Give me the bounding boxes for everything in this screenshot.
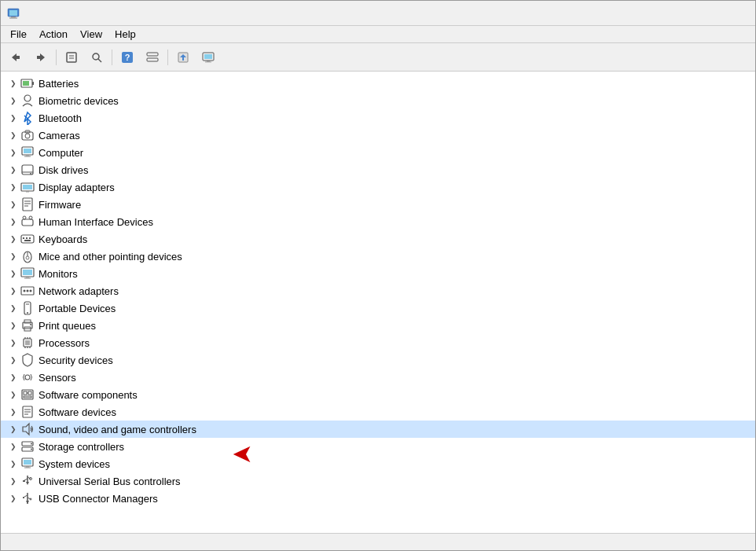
monitors-label: Monitors xyxy=(39,268,78,280)
monitors-icon xyxy=(20,266,35,281)
tree-item-software-components[interactable]: ❯Software components xyxy=(1,386,755,403)
svg-point-93 xyxy=(31,443,32,445)
menu-view[interactable]: View xyxy=(74,27,108,42)
svg-rect-46 xyxy=(22,219,33,226)
close-button[interactable] xyxy=(713,1,749,26)
tree-item-print-queues[interactable]: ❯Print queues xyxy=(1,317,755,334)
app-icon xyxy=(7,7,20,20)
expand-arrow[interactable]: ❯ xyxy=(7,371,20,384)
tree-item-keyboards[interactable]: ❯Keyboards xyxy=(1,230,755,248)
scan-button[interactable] xyxy=(85,46,108,68)
tree-item-security-devices[interactable]: ❯Security devices xyxy=(1,351,755,369)
svg-point-62 xyxy=(24,290,26,292)
tree-item-monitors[interactable]: ❯Monitors xyxy=(1,265,755,282)
tree-item-firmware[interactable]: ❯Firmware xyxy=(1,196,755,213)
monitor-button[interactable] xyxy=(196,46,220,68)
storage-controllers-icon xyxy=(20,439,35,454)
biometric-icon xyxy=(20,93,35,108)
svg-rect-73 xyxy=(25,340,30,345)
tree-item-sound-video[interactable]: ❯Sound, video and game controllers xyxy=(1,421,755,438)
expand-arrow[interactable]: ❯ xyxy=(7,285,20,297)
expand-arrow[interactable]: ❯ xyxy=(7,475,20,487)
forward-button[interactable] xyxy=(29,46,53,68)
expand-arrow[interactable]: ❯ xyxy=(7,146,20,159)
biometric-label: Biometric devices xyxy=(39,95,119,107)
expand-arrow[interactable]: ❯ xyxy=(7,406,20,418)
expand-arrow[interactable]: ❯ xyxy=(7,319,20,332)
expand-arrow[interactable]: ❯ xyxy=(7,215,20,228)
security-devices-icon xyxy=(20,352,35,368)
batteries-icon xyxy=(20,75,35,91)
svg-marker-100 xyxy=(26,482,29,485)
expand-arrow[interactable]: ❯ xyxy=(7,492,20,505)
tree-item-usb-connector[interactable]: ❯USB Connector Managers xyxy=(1,490,755,507)
svg-point-47 xyxy=(23,216,26,219)
expand-arrow[interactable]: ❯ xyxy=(7,457,20,470)
help-button[interactable]: ? xyxy=(116,46,139,68)
tree-item-bluetooth[interactable]: ❯Bluetooth xyxy=(1,109,755,127)
expand-arrow[interactable]: ❯ xyxy=(7,77,20,90)
tree-item-human-interface[interactable]: ❯Human Interface Devices xyxy=(1,213,755,230)
expand-arrow[interactable]: ❯ xyxy=(7,129,20,141)
menu-action[interactable]: Action xyxy=(33,27,74,42)
maximize-button[interactable] xyxy=(677,1,713,26)
svg-point-11 xyxy=(93,53,99,60)
svg-rect-97 xyxy=(26,466,29,468)
menu-help[interactable]: Help xyxy=(108,27,142,42)
svg-point-63 xyxy=(27,290,29,292)
svg-rect-83 xyxy=(28,391,31,395)
tree-item-network-adapters[interactable]: ❯Network adapters xyxy=(1,282,755,299)
sound-video-label: Sound, video and game controllers xyxy=(39,424,196,435)
svg-point-56 xyxy=(26,256,29,259)
toolbar-separator-1 xyxy=(56,50,57,65)
expand-arrow[interactable]: ❯ xyxy=(7,302,20,314)
tree-item-computer[interactable]: ❯Computer xyxy=(1,144,755,161)
expand-arrow[interactable]: ❯ xyxy=(7,440,20,453)
update-driver-button[interactable] xyxy=(171,46,195,68)
tree-item-usb-controllers[interactable]: ❯Universal Serial Bus controllers xyxy=(1,472,755,490)
expand-arrow[interactable]: ❯ xyxy=(7,388,20,401)
expand-arrow[interactable]: ❯ xyxy=(7,94,20,107)
svg-point-71 xyxy=(30,324,31,325)
svg-rect-36 xyxy=(22,165,33,174)
svg-rect-15 xyxy=(147,53,158,56)
tree-item-batteries[interactable]: ❯Batteries xyxy=(1,75,755,92)
svg-point-66 xyxy=(27,312,28,314)
tree-item-mice[interactable]: ❯Mice and other pointing devices xyxy=(1,248,755,265)
menu-file[interactable]: File xyxy=(4,27,33,42)
firmware-icon xyxy=(20,197,35,212)
tree-item-biometric[interactable]: ❯Biometric devices xyxy=(1,92,755,109)
expand-arrow[interactable]: ❯ xyxy=(7,354,20,366)
tree-item-software-devices[interactable]: ❯Software devices xyxy=(1,403,755,421)
svg-rect-53 xyxy=(24,240,31,241)
expand-arrow[interactable]: ❯ xyxy=(7,336,20,349)
svg-rect-22 xyxy=(205,61,211,62)
expand-arrow[interactable]: ❯ xyxy=(7,112,20,124)
tree-item-disk-drives[interactable]: ❯Disk drives xyxy=(1,161,755,178)
svg-point-26 xyxy=(24,95,31,101)
back-button[interactable] xyxy=(4,46,28,68)
tree-item-display-adapters[interactable]: ❯Display adapters xyxy=(1,178,755,196)
svg-rect-108 xyxy=(23,497,24,498)
properties-button[interactable] xyxy=(60,46,83,68)
tree-item-portable-devices[interactable]: ❯Portable Devices xyxy=(1,299,755,317)
expand-arrow[interactable]: ❯ xyxy=(7,181,20,193)
expand-arrow[interactable]: ❯ xyxy=(7,198,20,211)
tree-item-cameras[interactable]: ❯Cameras xyxy=(1,127,755,144)
expand-arrow[interactable]: ❯ xyxy=(7,267,20,280)
expand-arrow[interactable]: ❯ xyxy=(7,250,20,263)
tree-item-storage-controllers[interactable]: ❯Storage controllers xyxy=(1,438,755,455)
mice-label: Mice and other pointing devices xyxy=(39,251,182,263)
view-button[interactable] xyxy=(141,46,164,68)
minimize-button[interactable] xyxy=(640,1,677,26)
tree-item-processors[interactable]: ❯Processors xyxy=(1,334,755,351)
expand-arrow[interactable]: ❯ xyxy=(7,233,20,245)
expand-arrow[interactable]: ❯ xyxy=(7,163,20,176)
tree-item-sensors[interactable]: ❯Sensors xyxy=(1,369,755,386)
tree-item-system-devices[interactable]: ❯System devices xyxy=(1,455,755,472)
software-components-label: Software components xyxy=(39,389,138,401)
device-tree[interactable]: ❯Batteries❯Biometric devices❯Bluetooth❯C… xyxy=(1,72,755,533)
usb-controllers-icon xyxy=(20,473,35,489)
expand-arrow[interactable]: ❯ xyxy=(7,423,20,435)
svg-rect-50 xyxy=(23,237,24,239)
